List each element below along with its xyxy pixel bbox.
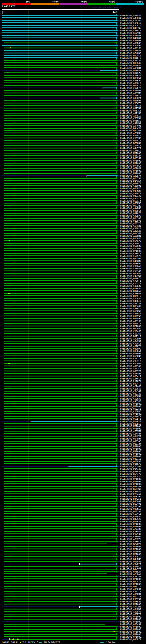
hit-line[interactable] <box>4 190 116 191</box>
alignment-row[interactable]: UniRef100_Q4GXM4 <box>0 257 146 260</box>
alignment-row[interactable]: UniRef100_A3GFU4 <box>0 593 146 595</box>
hit-label[interactable]: UniRef100_Q7X8D0 <box>120 52 141 54</box>
hit-label[interactable]: UniRef100_A0BD73 <box>120 610 141 613</box>
hit-line[interactable] <box>4 438 116 439</box>
hit-line[interactable] <box>4 48 116 48</box>
alignment-row[interactable]: UniRef100_UPI000.. <box>0 553 146 555</box>
alignment-row[interactable]: UniRef100_A3BQX7 <box>0 29 146 32</box>
hit-label[interactable]: UniRef100_A9RCC4 <box>120 144 141 147</box>
alignment-row[interactable]: UniRef100_Q8WQI8 <box>0 182 146 184</box>
hit-line[interactable] <box>4 531 116 532</box>
alignment-row[interactable]: UniRef100_A9RTM8 <box>0 92 146 94</box>
hit-label[interactable]: UniRef100_B4HDN6 <box>120 558 141 560</box>
hit-label[interactable]: UniRef100_C1BF58 <box>120 388 141 390</box>
hit-line-unaligned[interactable] <box>2 421 30 422</box>
alignment-row[interactable]: UniRef100_B4FSG3 <box>0 34 146 37</box>
hit-line[interactable] <box>4 140 116 141</box>
alignment-row[interactable]: UniRef100_UPI000.. <box>0 633 146 636</box>
hit-line[interactable] <box>4 396 116 396</box>
hit-line[interactable] <box>4 253 116 254</box>
hit-label[interactable]: UniRef100_Q0CVS8 <box>120 315 141 317</box>
hit-label[interactable]: UniRef100_B6H380 <box>120 217 141 220</box>
alignment-row[interactable]: UniRef100_Q4GXM3 <box>0 129 146 132</box>
hit-label[interactable]: UniRef100_B3N932 <box>120 490 141 493</box>
hit-line[interactable] <box>4 163 116 164</box>
hit-line-unaligned[interactable] <box>2 606 79 607</box>
hit-line[interactable] <box>4 536 116 537</box>
hit-line[interactable] <box>4 258 116 259</box>
hit-line[interactable] <box>4 360 116 362</box>
alignment-row[interactable]: UniRef100_Q801I3 <box>0 458 146 460</box>
hit-line[interactable] <box>4 85 116 86</box>
hit-line[interactable] <box>4 203 116 204</box>
alignment-row[interactable]: UniRef100_A7QUB3 <box>0 132 146 134</box>
hit-label[interactable]: UniRef100_Q8WQI8 <box>120 182 141 184</box>
hit-label[interactable]: UniRef100_Q5AX73 <box>120 240 141 242</box>
hit-line[interactable] <box>4 393 116 394</box>
hit-label[interactable]: UniRef100_Q0UPA1 <box>120 350 141 352</box>
alignment-row[interactable]: UniRef100_C1C4J3 <box>0 330 146 332</box>
hit-label[interactable]: UniRef100_A8UEY4 <box>120 174 141 177</box>
hit-line[interactable] <box>4 568 116 570</box>
alignment-row[interactable]: UniRef100_A3RH19 <box>0 307 146 310</box>
hit-line[interactable] <box>4 208 116 208</box>
hit-line[interactable] <box>4 95 116 96</box>
hit-label[interactable]: UniRef100_Q6EE81 <box>120 520 141 523</box>
hit-line[interactable] <box>4 313 116 314</box>
hit-line[interactable] <box>4 235 116 236</box>
hit-line[interactable] <box>4 446 116 446</box>
hit-label[interactable]: UniRef100_B7FHC4 <box>120 164 141 167</box>
hit-line[interactable] <box>4 82 116 84</box>
alignment-row[interactable]: UniRef100_B2AXS4 <box>0 180 146 182</box>
hit-label[interactable]: UniRef100_B3SD15 <box>120 210 141 212</box>
alignment-row[interactable]: UniRef100_A9NPA4 <box>0 49 146 52</box>
hit-label[interactable]: UniRef100_B4Q8Q1 <box>120 500 141 502</box>
alignment-row[interactable]: UniRef100_Q6EE81 <box>0 520 146 523</box>
alignment-row[interactable]: UniRef100_A8NEK9 <box>0 150 146 152</box>
alignment-row[interactable]: UniRef100_Q5RKN1 <box>0 395 146 398</box>
hit-label[interactable]: UniRef100_Q6QLW5 <box>120 310 141 312</box>
alignment-row[interactable]: UniRef100_Q4P8I5 <box>0 212 146 214</box>
hit-label[interactable]: UniRef100_Q6DFN9 <box>120 355 141 357</box>
hit-line[interactable] <box>4 498 116 499</box>
hit-label[interactable]: UniRef100_B4KHK1 <box>120 540 141 543</box>
hit-label[interactable]: UniRef100_A4QSY1 <box>120 197 141 200</box>
alignment-row[interactable]: UniRef100_P17937 <box>0 533 146 535</box>
alignment-row[interactable]: UniRef100_Q4JIJ6 <box>0 195 146 197</box>
hit-line[interactable] <box>4 130 116 131</box>
hit-label[interactable]: UniRef100_A9RTM8 <box>120 92 141 94</box>
hit-label[interactable]: UniRef100_A7Y480 <box>120 528 141 530</box>
alignment-row[interactable]: UniRef100_B5G3W2 <box>0 488 146 490</box>
alignment-row[interactable]: UniRef100_C0PS96 <box>0 44 146 47</box>
hit-label[interactable]: UniRef100_Q3TK73 <box>120 462 141 465</box>
hit-line[interactable] <box>4 416 116 417</box>
hit-line[interactable] <box>30 421 116 422</box>
alignment-row[interactable]: UniRef100_A8WGL4 <box>0 378 146 380</box>
hit-line[interactable] <box>4 303 116 304</box>
hit-line[interactable] <box>4 551 116 552</box>
hit-label[interactable]: UniRef100_Q4R506 <box>120 440 141 442</box>
hit-line[interactable] <box>2 30 116 31</box>
hit-label[interactable]: UniRef100_C6SYG1 <box>120 513 141 515</box>
alignment-row[interactable]: UniRef100_A4RU41 <box>0 17 146 19</box>
hit-label[interactable]: UniRef100_C8VDC6 <box>120 242 141 245</box>
alignment-row[interactable]: UniRef100_Q86EZ7 <box>0 638 146 640</box>
hit-label[interactable]: UniRef100_Q4JIJ6 <box>120 195 141 197</box>
hit-line[interactable] <box>4 158 116 158</box>
hit-label[interactable]: UniRef100_A7SHY5 <box>120 94 141 97</box>
hit-label[interactable]: UniRef100_Q5I7K6 <box>120 110 141 112</box>
alignment-row[interactable]: UniRef100_A9RLX1 <box>0 588 146 590</box>
hit-line[interactable] <box>4 316 116 316</box>
hit-line[interactable] <box>2 25 116 26</box>
hit-label[interactable]: UniRef100_A9NPA4 <box>120 49 141 52</box>
hit-label[interactable]: UniRef100_C1BZI3 <box>120 357 141 360</box>
alignment-row[interactable]: UniRef100_Q45RI2 <box>0 300 146 302</box>
hit-label[interactable]: UniRef100_UPI000.. <box>120 445 144 448</box>
hit-line[interactable] <box>4 152 116 154</box>
hit-label[interactable]: UniRef100_O01802 <box>120 317 141 320</box>
hit-line-unaligned[interactable] <box>2 621 120 622</box>
hit-line[interactable] <box>4 113 116 114</box>
alignment-row[interactable]: UniRef100_B7FH82 <box>0 142 146 144</box>
hit-line[interactable] <box>4 323 116 324</box>
alignment-row[interactable]: UniRef100_Q01CZ6 <box>0 72 146 74</box>
